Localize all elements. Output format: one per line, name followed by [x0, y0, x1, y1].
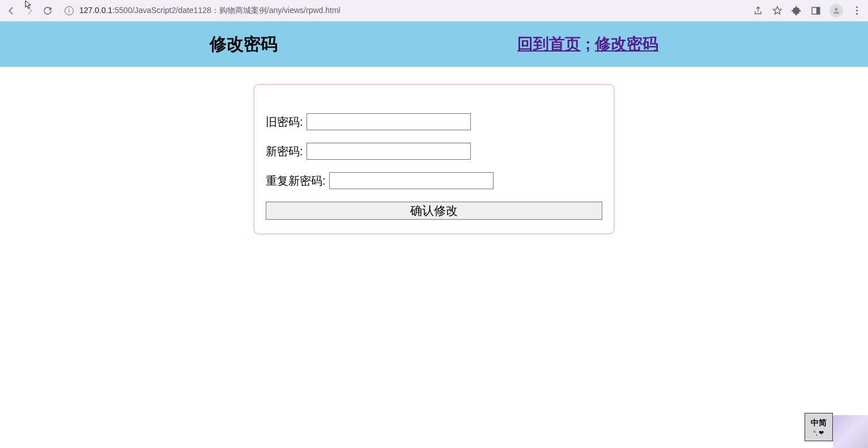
- address-bar[interactable]: i 127.0.0.1:5500/JavaScript2/date1128：购物…: [65, 6, 740, 16]
- old-password-label: 旧密码:: [266, 114, 303, 130]
- back-button[interactable]: [6, 5, 17, 16]
- old-password-input[interactable]: [307, 113, 471, 130]
- forward-button[interactable]: [24, 5, 35, 16]
- menu-dots-icon[interactable]: [851, 5, 862, 16]
- extensions-icon[interactable]: [791, 5, 802, 16]
- side-panel-icon[interactable]: [810, 5, 822, 16]
- share-icon[interactable]: [752, 5, 764, 16]
- page-title: 修改密码: [210, 33, 278, 56]
- link-separator: ;: [581, 35, 595, 53]
- site-info-icon[interactable]: i: [65, 6, 74, 15]
- svg-rect-1: [816, 7, 820, 14]
- toolbar-right: [752, 4, 862, 18]
- url-text: 127.0.0.1:5500/JavaScript2/date1128：购物商城…: [79, 6, 341, 16]
- page-header: 修改密码 回到首页 ; 修改密码: [0, 22, 868, 67]
- svg-point-2: [835, 7, 837, 10]
- header-nav-links: 回到首页 ; 修改密码: [517, 33, 658, 55]
- bookmark-star-icon[interactable]: [772, 5, 783, 16]
- browser-toolbar: i 127.0.0.1:5500/JavaScript2/date1128：购物…: [0, 0, 868, 22]
- home-link[interactable]: 回到首页: [517, 35, 581, 53]
- old-password-row: 旧密码:: [266, 113, 602, 130]
- submit-button[interactable]: 确认修改: [266, 202, 602, 220]
- change-password-form: 旧密码: 新密码: 重复新密码: 确认修改: [253, 84, 615, 234]
- new-password-input[interactable]: [307, 143, 471, 160]
- repeat-password-label: 重复新密码:: [266, 173, 326, 189]
- reload-button[interactable]: [42, 5, 53, 16]
- repeat-password-input[interactable]: [329, 172, 493, 189]
- new-password-row: 新密码:: [266, 143, 602, 160]
- new-password-label: 新密码:: [266, 144, 303, 159]
- change-password-link[interactable]: 修改密码: [595, 35, 658, 53]
- profile-avatar-icon[interactable]: [829, 4, 843, 18]
- repeat-password-row: 重复新密码:: [266, 172, 602, 189]
